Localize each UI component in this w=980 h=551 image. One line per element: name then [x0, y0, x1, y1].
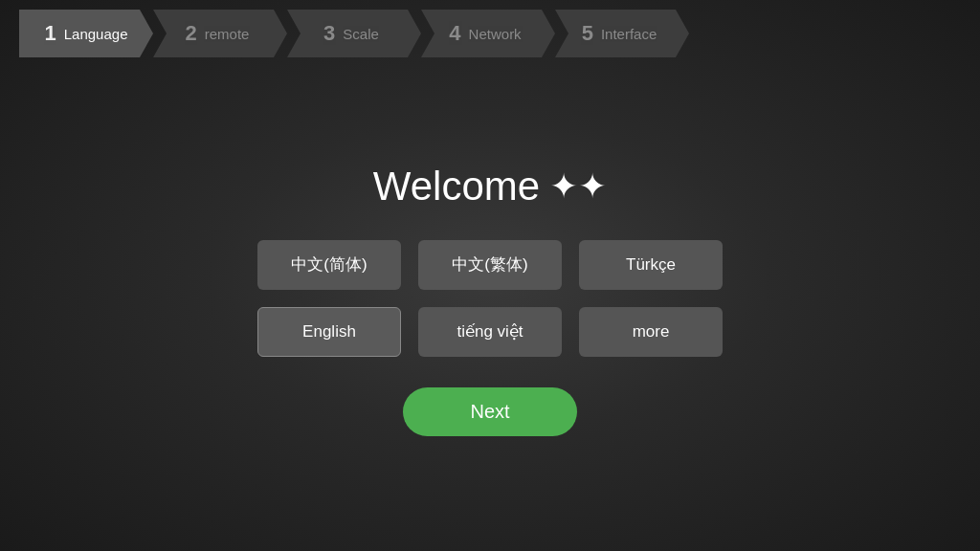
lang-chinese-simplified-button[interactable]: 中文(简体) [257, 240, 401, 290]
lang-chinese-traditional-button[interactable]: 中文(繁体) [418, 240, 562, 290]
step-label-2: remote [205, 26, 250, 42]
next-button[interactable]: Next [403, 387, 576, 436]
lang-english-button[interactable]: English [257, 307, 401, 357]
stepper: 1 Language 2 remote 3 Scale 4 Network 5 … [0, 0, 980, 57]
step-num-1: 1 [45, 21, 56, 46]
step-num-5: 5 [582, 21, 593, 46]
step-num-3: 3 [323, 21, 335, 46]
lang-turkish-button[interactable]: Türkçe [579, 240, 723, 290]
step-1[interactable]: 1 Language [19, 10, 153, 57]
welcome-text: Welcome [373, 164, 540, 209]
step-5[interactable]: 5 Interface [555, 10, 689, 57]
main-content: Welcome ✦✦ 中文(简体)中文(繁体)TürkçeEnglishtiến… [257, 48, 723, 551]
step-label-1: Language [64, 26, 128, 42]
step-label-4: Network [469, 26, 522, 42]
step-4[interactable]: 4 Network [421, 10, 555, 57]
step-num-4: 4 [449, 21, 460, 46]
language-grid: 中文(简体)中文(繁体)TürkçeEnglishtiếng việtmore [257, 240, 723, 357]
welcome-heading: Welcome ✦✦ [373, 164, 607, 209]
lang-vietnamese-button[interactable]: tiếng việt [418, 307, 562, 357]
sparkle-icon: ✦✦ [549, 166, 607, 207]
step-label-3: Scale [343, 26, 379, 42]
lang-more-button[interactable]: more [579, 307, 723, 357]
step-label-5: Interface [601, 26, 657, 42]
step-2[interactable]: 2 remote [153, 10, 287, 57]
step-num-2: 2 [186, 21, 197, 46]
step-3[interactable]: 3 Scale [287, 10, 421, 57]
